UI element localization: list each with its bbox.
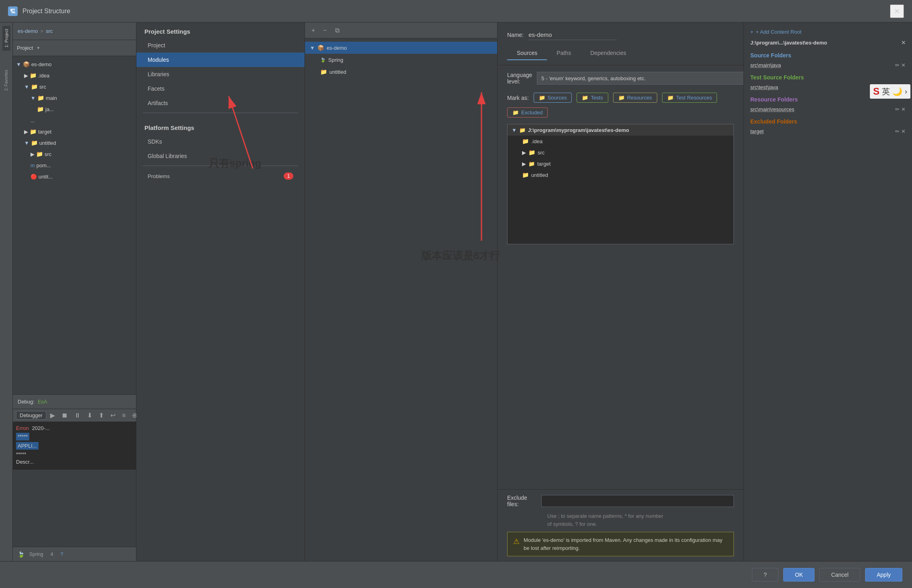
- tree-item-idea[interactable]: ▶ 📁 .idea: [13, 70, 136, 81]
- debug-row-stars2: *****: [16, 451, 133, 457]
- debug-btn-refresh[interactable]: ≡: [120, 411, 128, 420]
- problems-label: Problems: [148, 173, 170, 179]
- resource-folder-edit[interactable]: ✏: [895, 106, 900, 112]
- source-folder-entry: src\main\java ✏ ✕: [750, 61, 906, 69]
- mark-tests-btn[interactable]: 📁 Tests: [577, 93, 608, 103]
- dialog-icon: 🏗: [8, 6, 18, 16]
- breadcrumb: es-demo > src: [13, 22, 136, 40]
- ime-moon[interactable]: 🌙: [892, 87, 902, 96]
- module-tree-spring[interactable]: 🍃 Spring: [305, 54, 497, 66]
- project-dropdown-arrow[interactable]: ▼: [36, 46, 40, 50]
- nav-problems[interactable]: Problems 1: [136, 168, 305, 184]
- tree-item-src2[interactable]: ...: [13, 115, 136, 126]
- side-tab-project[interactable]: 1: Project: [2, 26, 10, 51]
- tree-item-untitled-file[interactable]: 🔴 untit...: [13, 171, 136, 182]
- problems-badge: 1: [284, 172, 293, 180]
- dialog-nav: Project Settings Project Modules Librari…: [136, 22, 305, 561]
- module-copy-btn[interactable]: ⧉: [333, 26, 342, 35]
- src-tree-src[interactable]: ▶ 📁 src: [508, 147, 733, 158]
- src-tree-idea[interactable]: 📁 .idea: [508, 136, 733, 147]
- debugger-tab[interactable]: Debugger: [16, 411, 46, 420]
- cancel-button[interactable]: Cancel: [819, 568, 860, 582]
- breadcrumb-part1: es-demo: [18, 28, 38, 34]
- nav-project[interactable]: Project: [136, 38, 305, 53]
- nav-artifacts[interactable]: Artifacts: [136, 96, 305, 110]
- exclude-input[interactable]: [541, 495, 734, 507]
- ime-arrow[interactable]: ›: [905, 87, 907, 96]
- nav-libraries[interactable]: Libraries: [136, 67, 305, 81]
- mark-excluded-btn[interactable]: 📁 Excluded: [507, 107, 548, 118]
- help-icon[interactable]: ?: [60, 551, 63, 557]
- module-remove-btn[interactable]: −: [321, 26, 329, 35]
- debug-btn-return[interactable]: ↩: [108, 411, 118, 420]
- src-tree-root[interactable]: ▼ 📁 J:\program\myprogram\javatest\es-dem…: [508, 124, 733, 136]
- tree-item-src3[interactable]: ▶ 📁 src: [13, 148, 136, 160]
- module-tree-es-demo[interactable]: ▼ 📦 es-demo: [305, 42, 497, 54]
- src-tree-target[interactable]: ▶ 📁 target: [508, 158, 733, 169]
- mark-test-resources-btn[interactable]: 📁 Test Resources: [662, 93, 717, 103]
- nav-modules[interactable]: Modules: [136, 53, 305, 67]
- nav-sdks[interactable]: SDKs: [136, 134, 305, 149]
- excluded-folder-icon: 📁: [512, 109, 519, 116]
- src-tree-untitled[interactable]: 📁 untitled: [508, 169, 733, 180]
- content-root-close[interactable]: ✕: [901, 40, 906, 46]
- tree-item-untitled[interactable]: ▼ 📁 untitled: [13, 137, 136, 148]
- warning-icon: ⚠: [513, 536, 520, 547]
- tree-item-es-demo[interactable]: ▼ 📦 es-demo: [13, 59, 136, 70]
- excluded-folder-path: target: [750, 128, 764, 134]
- resources-folder-icon: 📁: [618, 95, 625, 101]
- lang-level-select[interactable]: 5 - 'enum' keyword, generics, autoboxing…: [537, 72, 743, 85]
- module-add-btn[interactable]: +: [309, 26, 317, 35]
- mark-as-row: Mark as: 📁 Sources 📁 Tests 📁 Resources: [507, 93, 734, 118]
- debug-panel: Debug: EsA Debugger ▶ ⏹ ⏸ ⬇ ⬆ ↩ ≡ ⊕ ≈: [13, 394, 136, 547]
- nav-facets[interactable]: Facets: [136, 81, 305, 96]
- ok-button[interactable]: OK: [783, 568, 815, 582]
- tab-paths[interactable]: Paths: [547, 47, 581, 60]
- add-content-root-btn[interactable]: + + Add Content Root: [750, 29, 906, 35]
- name-label: Name:: [507, 32, 524, 38]
- excluded-folder-entry: target ✏ ✕: [750, 127, 906, 136]
- settings-header: Name: Sources Paths Dependencies: [498, 22, 743, 65]
- lang-level-row: Language level: 5 - 'enum' keyword, gene…: [507, 72, 734, 85]
- tree-item-main[interactable]: ▼ 📁 main: [13, 92, 136, 103]
- apply-button[interactable]: Apply: [865, 568, 902, 582]
- tree-item-java[interactable]: 📁 ja...: [13, 103, 136, 115]
- source-folder-remove[interactable]: ✕: [901, 62, 906, 68]
- debug-btn-up[interactable]: ⬆: [96, 411, 106, 420]
- resource-folder-path: src\main\resources: [750, 106, 794, 112]
- debug-btn-down[interactable]: ⬇: [85, 411, 95, 420]
- resource-folder-remove[interactable]: ✕: [901, 106, 906, 112]
- mark-resources-btn[interactable]: 📁 Resources: [613, 93, 657, 103]
- excluded-folder-edit[interactable]: ✏: [895, 128, 900, 134]
- mark-sources-btn[interactable]: 📁 Sources: [534, 93, 572, 103]
- module-tree-untitled[interactable]: 📁 untitled: [305, 66, 497, 78]
- name-input[interactable]: [528, 30, 617, 40]
- tree-item-src[interactable]: ▼ 📁 src: [13, 81, 136, 92]
- ime-english[interactable]: 英: [882, 86, 890, 97]
- source-folder-edit[interactable]: ✏: [895, 62, 900, 68]
- project-label: Project: [17, 45, 33, 51]
- right-panel: + + Add Content Root J:\program\...\java…: [743, 22, 912, 561]
- debug-btn-pause[interactable]: ⏸: [72, 411, 83, 420]
- excluded-folder-remove[interactable]: ✕: [901, 128, 906, 134]
- nav-global-libs[interactable]: Global Libraries: [136, 149, 305, 163]
- debug-btn-play[interactable]: ▶: [48, 411, 57, 420]
- tab-dependencies[interactable]: Dependencies: [581, 47, 636, 60]
- mark-as-label: Mark as:: [507, 95, 529, 101]
- title-bar: 🏗 Project Structure ✕: [0, 0, 912, 22]
- tab-sources[interactable]: Sources: [507, 47, 547, 60]
- close-button[interactable]: ✕: [890, 4, 904, 18]
- spring-label: Spring: [29, 552, 43, 557]
- exclude-row: Exclude files:: [507, 495, 734, 507]
- debug-name: EsA: [38, 399, 47, 405]
- ime-s[interactable]: S: [873, 86, 880, 97]
- source-folder-path: src\main\java: [750, 62, 781, 68]
- tree-item-pom[interactable]: m pom...: [13, 160, 136, 171]
- side-tab-favorites[interactable]: 2: Favorites: [2, 67, 10, 94]
- test-source-folders-label: Test Source Folders: [750, 74, 906, 81]
- ime-bar: S 英 🌙 ›: [870, 84, 912, 99]
- help-btn[interactable]: ?: [752, 568, 778, 582]
- debug-btn-stop[interactable]: ⏹: [59, 411, 70, 420]
- tree-item-target[interactable]: ▶ 📁 target: [13, 126, 136, 137]
- bottom-status-bar: 🍃 Spring 4 ?: [13, 547, 136, 561]
